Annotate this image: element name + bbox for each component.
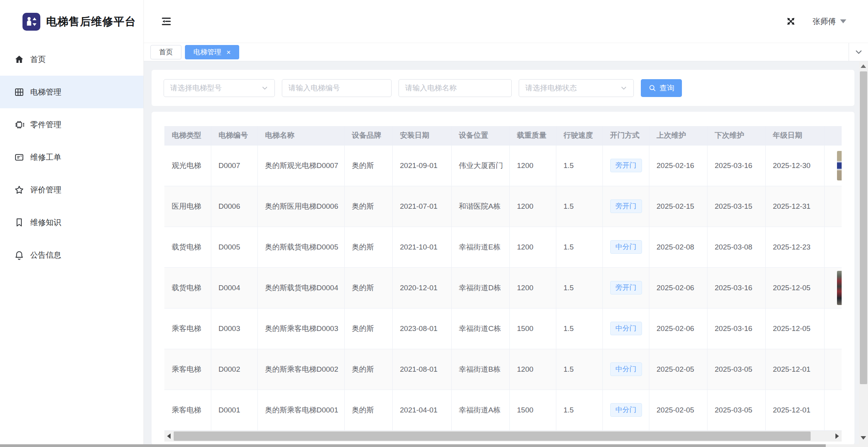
user-menu[interactable]: 张师傅: [813, 16, 846, 27]
elevator-table-card: 电梯类型电梯编号电梯名称设备品牌安装日期设备位置载重质量行驶速度开门方式上次维护…: [152, 112, 854, 445]
cell-type: 乘客电梯: [164, 390, 211, 430]
sidebar-item-review[interactable]: 评价管理: [0, 173, 143, 206]
menu-fold-icon[interactable]: [160, 16, 172, 27]
scroll-right-arrow[interactable]: [835, 433, 839, 439]
topbar: 张师傅: [144, 0, 868, 43]
scroll-up-arrow[interactable]: [861, 64, 866, 68]
vertical-scrollbar[interactable]: [859, 61, 868, 444]
cell-photo: [824, 267, 842, 308]
cell-annual_date: 2025-12-05: [765, 308, 824, 349]
elevator-status-placeholder: 请选择电梯状态: [525, 83, 577, 93]
sidebar-item-announcement[interactable]: 公告信息: [0, 239, 143, 271]
cell-type: 医用电梯: [164, 186, 211, 227]
sidebar-item-label: 零件管理: [30, 120, 61, 130]
cell-name: 奥的斯载货电梯D0004: [257, 267, 344, 308]
sidebar-item-work-order[interactable]: 维修工单: [0, 141, 143, 173]
cell-photo: [824, 227, 842, 267]
window-horizontal-scrollbar-thumb[interactable]: [0, 444, 826, 447]
cell-door: 旁开门: [602, 267, 649, 308]
cell-load: 1200: [509, 349, 556, 390]
tab-label: 电梯管理: [193, 47, 221, 57]
sidebar-item-knowledge[interactable]: 维修知识: [0, 206, 143, 239]
cell-install_date: 2021-08-01: [392, 349, 451, 390]
cell-brand: 奥的斯: [344, 349, 392, 390]
vertical-scrollbar-thumb[interactable]: [860, 71, 867, 384]
tab-首页[interactable]: 首页: [150, 45, 181, 59]
cell-location: 和谐医院A栋: [451, 186, 509, 227]
ticket-icon: [14, 152, 24, 163]
cell-door: 旁开门: [602, 145, 649, 186]
fullscreen-icon[interactable]: [785, 16, 796, 27]
door-type-tag: 中分门: [610, 403, 642, 416]
cell-install_date: 2021-10-01: [392, 227, 451, 267]
sidebar-item-home[interactable]: 首页: [0, 43, 143, 76]
cell-last_maintenance: 2025-02-08: [649, 227, 707, 267]
cell-photo: [824, 349, 842, 390]
cell-annual_date: 2025-12-01: [765, 390, 824, 430]
cell-type: 乘客电梯: [164, 349, 211, 390]
elevator-model-select[interactable]: 请选择电梯型号: [164, 79, 275, 97]
cell-name: 奥的斯乘客电梯D0001: [257, 390, 344, 430]
cell-last_maintenance: 2025-02-15: [649, 186, 707, 227]
cell-code: D0002: [211, 349, 257, 390]
cell-install_date: 2021-07-01: [392, 186, 451, 227]
door-type-tag: 旁开门: [610, 159, 642, 172]
elevator-photo-partial: [837, 271, 842, 305]
door-type-tag: 旁开门: [610, 199, 642, 213]
close-icon[interactable]: ×: [226, 49, 231, 56]
tabs: 首页电梯管理×: [150, 45, 243, 59]
sidebar-item-label: 维修知识: [30, 217, 61, 228]
cell-door: 中分门: [602, 349, 649, 390]
scroll-down-arrow[interactable]: [861, 436, 866, 440]
sidebar-item-elevator[interactable]: 电梯管理: [0, 76, 143, 108]
cell-photo: [824, 308, 842, 349]
cell-location: 幸福街道E栋: [451, 227, 509, 267]
cell-annual_date: 2025-12-05: [765, 267, 824, 308]
table-horizontal-scrollbar[interactable]: [164, 431, 842, 442]
table-row: 载货电梯D0005奥的斯载货电梯D0005奥的斯2021-10-01幸福街道E栋…: [164, 227, 842, 267]
column-header: 开门方式: [602, 126, 649, 145]
scroll-left-arrow[interactable]: [167, 433, 171, 439]
filter-bar: 请选择电梯型号 请选择电梯状态 查询: [152, 70, 854, 106]
elevator-status-select[interactable]: 请选择电梯状态: [519, 79, 634, 97]
sidebar-item-parts[interactable]: 零件管理: [0, 108, 143, 141]
tab-电梯管理[interactable]: 电梯管理×: [185, 45, 239, 59]
column-header-photo: [824, 126, 842, 145]
table-row: 载货电梯D0004奥的斯载货电梯D0004奥的斯2020-12-01幸福街道D栋…: [164, 267, 842, 308]
cell-brand: 奥的斯: [344, 186, 392, 227]
cell-next_maintenance: 2025-03-16: [707, 308, 765, 349]
cell-location: 幸福街道D栋: [451, 267, 509, 308]
elevator-name-input[interactable]: [399, 79, 512, 97]
cell-speed: 1.5: [556, 186, 602, 227]
cell-speed: 1.5: [556, 227, 602, 267]
window-horizontal-scrollbar[interactable]: [0, 444, 868, 447]
column-header: 行驶速度: [556, 126, 602, 145]
elevator-model-placeholder: 请选择电梯型号: [170, 83, 222, 93]
horizontal-scrollbar-thumb[interactable]: [174, 431, 811, 441]
search-button-label: 查询: [660, 83, 675, 93]
tabbar-more-button[interactable]: [849, 43, 868, 61]
cell-name: 奥的斯乘客电梯D0003: [257, 308, 344, 349]
column-header: 安装日期: [392, 126, 451, 145]
cell-brand: 奥的斯: [344, 227, 392, 267]
cell-load: 1200: [509, 227, 556, 267]
cell-install_date: 2021-04-01: [392, 390, 451, 430]
cell-last_maintenance: 2025-02-05: [649, 349, 707, 390]
search-button[interactable]: 查询: [641, 79, 682, 97]
column-header: 年级日期: [765, 126, 824, 145]
column-header: 上次维护: [649, 126, 707, 145]
door-type-tag: 旁开门: [610, 281, 642, 294]
door-type-tag: 中分门: [610, 362, 642, 376]
cell-type: 观光电梯: [164, 145, 211, 186]
cell-next_maintenance: 2025-03-05: [707, 390, 765, 430]
cell-type: 载货电梯: [164, 267, 211, 308]
tabbar: 首页电梯管理×: [144, 43, 868, 61]
column-header: 电梯名称: [257, 126, 344, 145]
cell-install_date: 2020-12-01: [392, 267, 451, 308]
search-icon: [649, 84, 656, 92]
elevator-code-input[interactable]: [282, 79, 392, 97]
cell-speed: 1.5: [556, 349, 602, 390]
sidebar-item-label: 评价管理: [30, 185, 61, 195]
bell-icon: [14, 250, 24, 260]
cell-photo: [824, 145, 842, 186]
